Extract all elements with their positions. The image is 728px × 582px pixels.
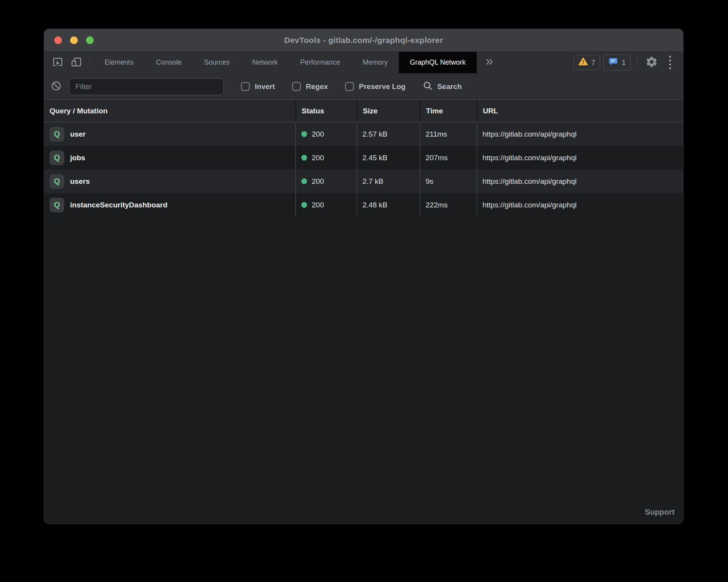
column-header-size[interactable]: Size — [357, 100, 420, 122]
invert-label: Invert — [255, 82, 275, 91]
query-name: jobs — [70, 154, 85, 162]
search-label: Search — [437, 82, 462, 91]
url-value: https://gitlab.com/api/graphql — [477, 193, 683, 217]
preserve-log-checkbox-group: Preserve Log — [345, 82, 405, 91]
gear-icon — [646, 56, 658, 70]
kebab-menu-icon — [669, 56, 671, 58]
filter-input[interactable] — [69, 78, 224, 95]
time-value: 9s — [420, 169, 477, 193]
size-value: 2.7 kB — [357, 169, 420, 193]
tab-memory[interactable]: Memory — [351, 52, 399, 73]
right-toolbar: 7 1 — [573, 52, 683, 73]
invert-checkbox-group: Invert — [241, 82, 275, 91]
tab-network[interactable]: Network — [241, 52, 289, 73]
query-name: instanceSecurityDashboard — [70, 201, 167, 209]
settings-button[interactable] — [644, 55, 660, 70]
query-type-badge: Q — [50, 174, 64, 189]
tab-performance[interactable]: Performance — [289, 52, 351, 73]
clear-button[interactable] — [50, 79, 63, 94]
url-value: https://gitlab.com/api/graphql — [477, 169, 683, 193]
size-value: 2.45 kB — [357, 146, 420, 169]
status-ok-dot — [301, 131, 307, 137]
table-row[interactable]: Q instanceSecurityDashboard 200 2.48 kB … — [44, 193, 683, 217]
toolbar-divider — [90, 56, 90, 68]
column-header-status[interactable]: Status — [295, 100, 357, 122]
warnings-badge[interactable]: 7 — [573, 55, 601, 70]
preserve-log-checkbox[interactable] — [345, 82, 354, 91]
tab-console[interactable]: Console — [145, 52, 193, 73]
column-header-url[interactable]: URL — [477, 100, 683, 122]
message-count: 1 — [622, 58, 626, 67]
table-header: Query / Mutation Status Size Time URL — [44, 99, 683, 122]
search-button[interactable]: Search — [422, 80, 462, 92]
url-value: https://gitlab.com/api/graphql — [477, 122, 683, 146]
left-toolbar-icons — [44, 52, 87, 73]
query-name: users — [70, 177, 90, 186]
table-row[interactable]: Q user 200 2.57 kB 211ms https://gitlab.… — [44, 122, 683, 146]
table-row[interactable]: Q jobs 200 2.45 kB 207ms https://gitlab.… — [44, 146, 683, 169]
regex-label: Regex — [306, 82, 328, 91]
devtools-tab-bar: Elements Console Sources Network Perform… — [44, 52, 683, 73]
filter-bar: Invert Regex Preserve Log Search — [44, 73, 683, 99]
status-code: 200 — [312, 177, 324, 186]
inspect-element-button[interactable] — [50, 55, 66, 70]
close-window-button[interactable] — [54, 36, 62, 44]
minimize-window-button[interactable] — [70, 36, 78, 44]
size-value: 2.48 kB — [357, 193, 420, 217]
time-value: 211ms — [420, 122, 477, 146]
panel-empty-area: Support — [44, 217, 683, 524]
search-icon — [422, 80, 433, 92]
tab-sources[interactable]: Sources — [193, 52, 241, 73]
column-header-time[interactable]: Time — [420, 100, 477, 122]
panel-tabs: Elements Console Sources Network Perform… — [93, 52, 477, 73]
time-value: 222ms — [420, 193, 477, 217]
table-row[interactable]: Q users 200 2.7 kB 9s https://gitlab.com… — [44, 169, 683, 193]
query-name: user — [70, 130, 86, 139]
traffic-lights — [54, 36, 94, 44]
query-type-badge: Q — [50, 127, 64, 142]
time-value: 207ms — [420, 146, 477, 169]
messages-badge[interactable]: 1 — [603, 55, 631, 70]
tab-graphql-network[interactable]: GraphQL Network — [399, 52, 476, 73]
inspect-cursor-icon — [52, 56, 64, 69]
device-toolbar-button[interactable] — [68, 55, 84, 70]
query-type-badge: Q — [50, 198, 64, 212]
size-value: 2.57 kB — [357, 122, 420, 146]
invert-checkbox[interactable] — [241, 82, 250, 91]
status-ok-dot — [301, 178, 307, 184]
device-toolbar-icon — [70, 56, 82, 69]
window-title: DevTools - gitlab.com/-/graphql-explorer — [44, 36, 683, 45]
status-ok-dot — [301, 155, 307, 161]
tab-elements[interactable]: Elements — [93, 52, 145, 73]
column-header-query-mutation[interactable]: Query / Mutation — [44, 100, 295, 122]
chat-bubble-icon — [608, 57, 618, 68]
toolbar-divider — [637, 57, 637, 68]
status-ok-dot — [301, 202, 307, 208]
regex-checkbox-group: Regex — [292, 82, 328, 91]
regex-checkbox[interactable] — [292, 82, 301, 91]
status-code: 200 — [312, 154, 324, 162]
query-type-badge: Q — [50, 151, 64, 165]
zoom-window-button[interactable] — [86, 36, 94, 44]
block-icon — [51, 80, 62, 93]
preserve-log-label: Preserve Log — [359, 82, 405, 91]
more-options-button[interactable] — [663, 56, 677, 69]
double-chevron-icon — [484, 58, 494, 68]
warning-count: 7 — [591, 58, 596, 67]
warning-icon — [579, 57, 588, 68]
status-code: 200 — [312, 130, 324, 139]
support-link[interactable]: Support — [645, 508, 675, 517]
url-value: https://gitlab.com/api/graphql — [477, 146, 683, 169]
status-code: 200 — [312, 201, 324, 209]
title-bar: DevTools - gitlab.com/-/graphql-explorer — [44, 29, 683, 52]
devtools-window: DevTools - gitlab.com/-/graphql-explorer — [44, 29, 683, 524]
more-tabs-button[interactable] — [477, 52, 502, 73]
